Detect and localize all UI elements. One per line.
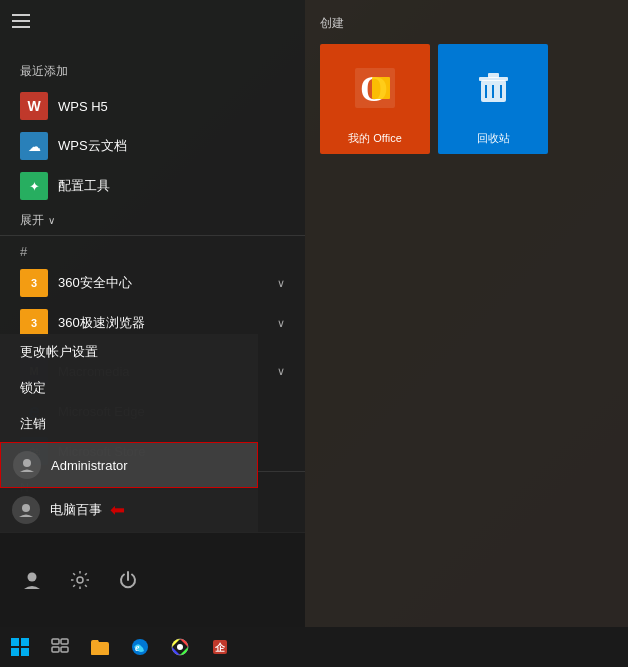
extra-app-button[interactable]: 企: [200, 627, 240, 667]
administrator-avatar: [13, 451, 41, 479]
recycle-tile-label: 回收站: [477, 131, 510, 146]
diannao-baike-label: 电脑百事: [50, 501, 102, 519]
svg-text:e: e: [135, 642, 140, 653]
color-app-icon: [170, 637, 190, 657]
svg-point-28: [177, 644, 183, 650]
tile-office[interactable]: O 我的 Office: [320, 44, 430, 154]
wps-cloud-label: WPS云文档: [58, 137, 127, 155]
svg-rect-2: [12, 26, 30, 28]
browser-taskbar-icon: e: [130, 637, 150, 657]
svg-rect-22: [52, 647, 59, 652]
left-panel: 最近添加 W WPS H5 ☁ WPS云文档: [0, 0, 305, 627]
svg-point-4: [22, 504, 30, 512]
svg-rect-21: [61, 639, 68, 644]
macromedia-chevron: ∨: [277, 365, 285, 378]
app-item-config[interactable]: ✦ 配置工具: [0, 166, 305, 206]
svg-rect-12: [488, 73, 499, 78]
svg-point-6: [77, 577, 83, 583]
svg-rect-17: [21, 638, 29, 646]
360-browser-icon: 3: [20, 309, 48, 337]
folder-icon: [90, 638, 110, 656]
start-button[interactable]: [0, 627, 40, 667]
user-diannao-baike[interactable]: 电脑百事 ⬅: [0, 488, 258, 532]
switch-user-arrow-icon: ⬅: [110, 499, 125, 521]
360-security-chevron: ∨: [277, 277, 285, 290]
wps-cloud-icon: ☁: [20, 132, 48, 160]
diannao-baike-avatar: [12, 496, 40, 524]
wps-h5-label: WPS H5: [58, 99, 108, 114]
360-browser-label: 360极速浏览器: [58, 314, 145, 332]
section-hash: #: [0, 235, 305, 263]
expand-label: 展开: [20, 212, 44, 229]
office-logo-icon: O: [350, 63, 400, 113]
left-bottom-bar: [0, 532, 305, 627]
360-security-label: 360安全中心: [58, 274, 132, 292]
tile-recycle[interactable]: 回收站: [438, 44, 548, 154]
svg-text:企: 企: [214, 642, 226, 653]
extra-app-icon: 企: [210, 637, 230, 657]
user-account-button[interactable]: [8, 556, 56, 604]
recent-section-title: 最近添加: [0, 55, 305, 86]
office-tile-label: 我的 Office: [348, 131, 402, 146]
recycle-bin-icon: [471, 65, 516, 110]
svg-point-3: [23, 459, 31, 467]
app-item-360-security[interactable]: 3 360安全中心 ∨: [0, 263, 305, 303]
svg-rect-1: [12, 20, 30, 22]
wps-h5-icon: W: [20, 92, 48, 120]
lock-item[interactable]: 锁定: [0, 370, 258, 406]
power-button[interactable]: [104, 556, 152, 604]
user-administrator[interactable]: Administrator: [0, 442, 258, 488]
administrator-label: Administrator: [51, 458, 128, 473]
start-menu: 最近添加 W WPS H5 ☁ WPS云文档: [0, 0, 628, 627]
desktop: 最近添加 W WPS H5 ☁ WPS云文档: [0, 0, 628, 667]
tiles-header: 创建: [320, 15, 613, 32]
app-item-wps-cloud[interactable]: ☁ WPS云文档: [0, 126, 305, 166]
right-panel: 创建 O 我的 Office: [305, 0, 628, 627]
360-browser-chevron: ∨: [277, 317, 285, 330]
tiles-grid: O 我的 Office: [320, 44, 613, 154]
svg-rect-9: [372, 77, 390, 99]
svg-rect-16: [11, 638, 19, 646]
svg-rect-24: [91, 644, 109, 655]
settings-button[interactable]: [56, 556, 104, 604]
windows-logo-icon: [11, 638, 29, 656]
360-security-icon: 3: [20, 269, 48, 297]
task-view-icon: [51, 638, 69, 656]
change-account-item[interactable]: 更改帐户设置: [0, 334, 258, 370]
task-view-button[interactable]: [40, 627, 80, 667]
expand-arrow-icon: ∨: [48, 215, 55, 226]
taskbar: e 企: [0, 627, 628, 667]
config-label: 配置工具: [58, 177, 110, 195]
hamburger-button[interactable]: [12, 14, 30, 32]
svg-rect-20: [52, 639, 59, 644]
sign-out-item[interactable]: 注销: [0, 406, 258, 442]
svg-rect-23: [61, 647, 68, 652]
user-popup: 更改帐户设置 锁定 注销 Administrator: [0, 334, 258, 532]
app-item-wps-h5[interactable]: W WPS H5: [0, 86, 305, 126]
svg-rect-0: [12, 14, 30, 16]
expand-button[interactable]: 展开 ∨: [0, 206, 305, 235]
svg-point-5: [28, 573, 37, 582]
svg-rect-18: [11, 648, 19, 656]
file-explorer-button[interactable]: [80, 627, 120, 667]
color-app-button[interactable]: [160, 627, 200, 667]
svg-rect-19: [21, 648, 29, 656]
browser-button[interactable]: e: [120, 627, 160, 667]
config-icon: ✦: [20, 172, 48, 200]
